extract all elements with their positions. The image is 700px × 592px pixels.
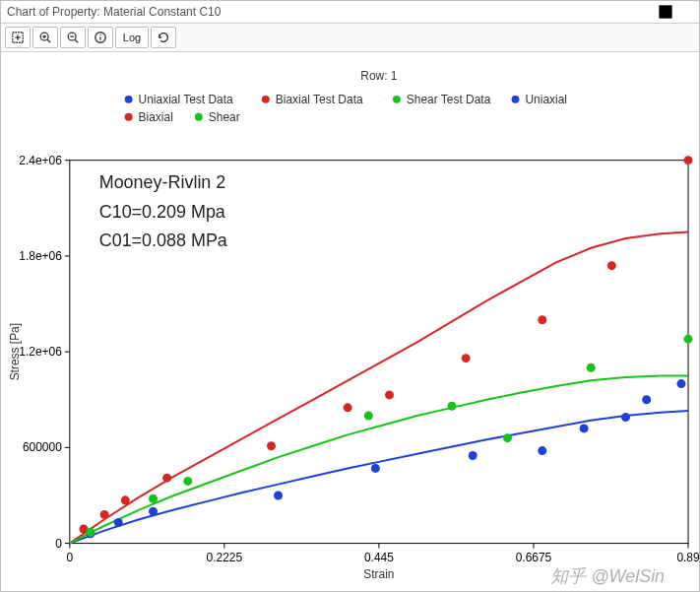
svg-text:0.89: 0.89 — [676, 551, 699, 564]
svg-point-68 — [267, 441, 276, 450]
svg-point-67 — [162, 474, 171, 483]
svg-text:2.4e+06: 2.4e+06 — [19, 154, 62, 167]
svg-text:Stress [Pa]: Stress [Pa] — [8, 323, 22, 380]
svg-text:600000: 600000 — [23, 440, 62, 454]
svg-text:Shear Test Data: Shear Test Data — [407, 93, 491, 106]
svg-point-20 — [262, 96, 270, 103]
svg-point-76 — [149, 494, 158, 503]
svg-point-58 — [469, 451, 477, 460]
fit-button[interactable] — [5, 27, 31, 48]
chart-svg: Row: 1Uniaxial Test DataBiaxial Test Dat… — [1, 52, 699, 591]
svg-point-74 — [684, 156, 693, 164]
svg-point-16 — [99, 34, 100, 35]
svg-text:Strain: Strain — [363, 567, 394, 581]
svg-point-18 — [125, 96, 133, 103]
svg-line-3 — [680, 7, 691, 18]
svg-text:Uniaxial Test Data: Uniaxial Test Data — [139, 93, 233, 106]
svg-point-71 — [462, 354, 471, 362]
zoom-in-button[interactable] — [32, 27, 58, 48]
svg-point-75 — [86, 528, 95, 537]
svg-point-65 — [100, 510, 109, 519]
svg-line-12 — [75, 39, 78, 42]
refresh-button[interactable] — [151, 27, 176, 48]
chart-area[interactable]: Row: 1Uniaxial Test DataBiaxial Test Dat… — [1, 52, 699, 591]
svg-text:C10=0.209 Mpa: C10=0.209 Mpa — [99, 202, 225, 222]
svg-rect-1 — [662, 8, 669, 16]
svg-point-60 — [580, 424, 589, 432]
svg-point-28 — [195, 113, 203, 121]
svg-text:Biaxial: Biaxial — [139, 110, 173, 124]
svg-text:知乎 @WelSin: 知乎 @WelSin — [550, 566, 665, 586]
svg-line-8 — [47, 39, 50, 42]
chart-panel: Chart of Property: Material Constant C10… — [0, 0, 700, 592]
svg-point-82 — [684, 335, 693, 344]
dock-icon[interactable] — [658, 4, 673, 20]
svg-point-72 — [538, 315, 546, 324]
svg-point-81 — [587, 363, 596, 372]
svg-point-61 — [621, 413, 630, 422]
svg-text:0: 0 — [55, 537, 62, 551]
svg-point-55 — [149, 507, 158, 516]
svg-point-69 — [344, 403, 352, 412]
svg-text:Biaxial Test Data: Biaxial Test Data — [276, 93, 363, 106]
svg-point-63 — [676, 379, 685, 388]
svg-point-77 — [183, 477, 192, 486]
svg-text:0.6675: 0.6675 — [516, 551, 552, 564]
info-button[interactable] — [88, 27, 113, 48]
svg-point-54 — [114, 518, 123, 527]
log-scale-button[interactable]: Log — [115, 27, 149, 48]
svg-point-24 — [512, 96, 520, 103]
svg-text:0.2225: 0.2225 — [207, 551, 243, 564]
svg-text:C01=0.088 MPa: C01=0.088 MPa — [99, 230, 227, 250]
svg-text:1.8e+06: 1.8e+06 — [19, 249, 62, 263]
svg-text:Row: 1: Row: 1 — [360, 69, 398, 83]
svg-point-62 — [642, 395, 651, 404]
svg-point-57 — [371, 464, 380, 473]
svg-point-70 — [385, 390, 394, 399]
svg-point-79 — [448, 402, 457, 411]
svg-text:Shear: Shear — [209, 110, 240, 124]
svg-text:1.2e+06: 1.2e+06 — [19, 345, 62, 359]
svg-text:0: 0 — [66, 551, 73, 564]
window-title: Chart of Property: Material Constant C10 — [7, 5, 654, 19]
svg-point-66 — [121, 495, 130, 504]
svg-point-78 — [364, 411, 373, 420]
svg-point-26 — [125, 113, 133, 121]
svg-line-2 — [680, 7, 691, 18]
zoom-out-button[interactable] — [60, 27, 86, 48]
svg-point-56 — [274, 491, 283, 499]
titlebar: Chart of Property: Material Constant C10 — [1, 1, 699, 23]
svg-point-73 — [607, 261, 616, 270]
close-icon[interactable] — [677, 4, 693, 20]
svg-point-80 — [503, 433, 512, 442]
svg-text:0.445: 0.445 — [364, 551, 394, 564]
chart-toolbar: Log — [1, 23, 699, 52]
svg-point-59 — [538, 446, 546, 455]
svg-text:Uniaxial: Uniaxial — [525, 93, 567, 106]
svg-point-22 — [393, 96, 401, 103]
svg-text:Mooney-Rivlin 2: Mooney-Rivlin 2 — [99, 172, 226, 192]
